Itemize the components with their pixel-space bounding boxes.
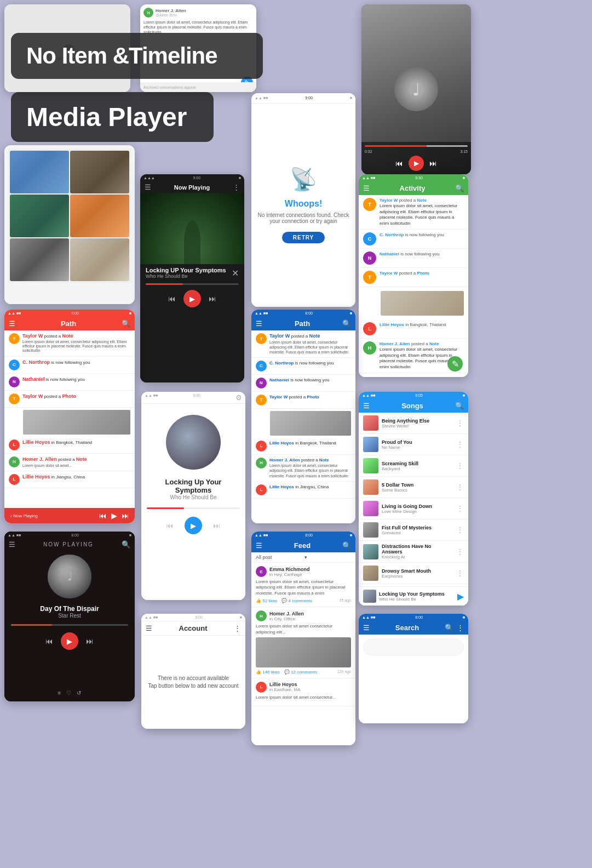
npd-bottom-2[interactable]: ♡ [66, 690, 71, 696]
np-next-btn[interactable]: ⏭ [209, 294, 216, 303]
song-3-more[interactable]: ⋮ [456, 483, 464, 492]
feed-post-0: E Emma Richmond in Hey, Carthage Lorem i… [251, 563, 355, 607]
activity-item-2: N Nathaniel is now following you [359, 249, 468, 268]
path-blue-item-5: H Homer J. Allen posted a Note Lorem ips… [251, 455, 355, 482]
banner-no-item-text: No Item &Timeline [26, 43, 217, 68]
songs-menu[interactable]: ☰ [363, 402, 370, 410]
phone-photos [4, 145, 135, 304]
feed-post-1-img [256, 637, 351, 667]
npd-next[interactable]: ⏭ [86, 637, 94, 646]
song-2-more[interactable]: ⋮ [456, 461, 464, 470]
song-item-1[interactable]: Proud of You No Name ⋮ [359, 434, 468, 455]
musicmin-play[interactable]: ▶ [185, 517, 202, 534]
musicmin-prev[interactable]: ⏮ [166, 521, 174, 530]
next-btn[interactable]: ⏭ [429, 159, 437, 168]
song-item-2[interactable]: Screaming Skill Backyard ⋮ [359, 455, 468, 477]
path-red-menu[interactable]: ☰ [9, 319, 15, 328]
feed-post-0-comments[interactable]: 💬 4 comments [281, 598, 312, 603]
account-menu[interactable]: ☰ [146, 624, 152, 632]
npd-progress[interactable] [11, 624, 128, 626]
npd-menu[interactable]: ☰ [9, 540, 15, 549]
feed-menu[interactable]: ☰ [256, 541, 262, 550]
photo-interior[interactable] [70, 238, 129, 281]
page-wrapper: No Item &Timeline Media Player ☁ cloud s… [0, 0, 592, 868]
photo-city[interactable] [10, 238, 69, 281]
play-btn[interactable]: ▶ [409, 156, 424, 171]
song-item-3[interactable]: 5 Dollar Town Some Basics ⋮ [359, 477, 468, 498]
song-item-6[interactable]: Distractions Have No Answers Knocking At… [359, 541, 468, 563]
song-item-4[interactable]: Living is Going Down Love Mine Design ⋮ [359, 498, 468, 519]
feed-post-1: H Homer J. Allen in City, Office Lorem i… [251, 607, 355, 678]
account-message: There is no account available [158, 675, 229, 682]
npd-bottom-3[interactable]: ↺ [77, 690, 81, 696]
photo-sunset[interactable] [70, 195, 129, 237]
account-more[interactable]: ⋮ [234, 624, 241, 632]
feed-search[interactable]: 🔍 [342, 541, 351, 550]
npd-bottom-1[interactable]: ≡ [58, 690, 61, 696]
activity-menu-icon[interactable]: ☰ [363, 184, 370, 192]
phone-no-internet: ▲▲ ■■ 9:00 ■ 📡 Whoops! No internet conne… [251, 93, 355, 307]
bottom-play[interactable]: ▶ [111, 511, 117, 520]
musicmin-next[interactable]: ⏭ [213, 521, 221, 530]
song-item-0[interactable]: Being Anything Else Steven Weller ⋮ [359, 413, 468, 434]
feed-filter[interactable]: All post ▾ [251, 552, 355, 563]
np-more-icon[interactable]: ⋮ [233, 183, 240, 191]
song-item-5[interactable]: Fist Full Of Mysteries Grimaced ⋮ [359, 519, 468, 541]
np-progress-bar[interactable] [146, 283, 239, 285]
path-red-search[interactable]: 🔍 [122, 319, 130, 328]
songs-search[interactable]: 🔍 [455, 402, 464, 410]
activity-search-icon[interactable]: 🔍 [455, 184, 464, 192]
path-blue-search[interactable]: 🔍 [342, 319, 351, 328]
songs-time: 9:05 [415, 393, 423, 397]
song-7-more[interactable]: ⋮ [456, 569, 464, 578]
song-item-7[interactable]: Drowsy Smart Mouth Earphones ⋮ [359, 563, 468, 584]
musicmin-settings-icon[interactable]: ⚙ [235, 393, 242, 402]
npd-artist-circle: ♩ [48, 555, 91, 598]
bottom-prev[interactable]: ⏮ [99, 511, 107, 520]
path-blue-item-0: T Taylor W posted a Note Lorem ipsum dol… [251, 330, 355, 358]
song-5-more[interactable]: ⋮ [456, 526, 464, 534]
songs-header-title: Songs [401, 402, 423, 410]
np-play-btn[interactable]: ▶ [183, 290, 201, 307]
photo-forest[interactable] [10, 195, 69, 237]
prev-btn[interactable]: ⏮ [395, 159, 403, 168]
feed-post-1-comments[interactable]: 💬 12 comments [284, 670, 317, 675]
npd-search[interactable]: 🔍 [122, 540, 130, 549]
path-blue-item-1: C C. Northrop is now following you [251, 358, 355, 375]
phone-feed: ▲▲ ■■ 8:00 ■ ☰ Feed 🔍 All post ▾ E Emma … [251, 532, 355, 745]
np-add-icon[interactable]: ✕ [232, 268, 239, 278]
phone-search: ▲▲ ■■ 8:00 ■ ☰ Search 🔍 ⋮ [359, 614, 468, 723]
account-sub-message: Tap button below to add new account [148, 682, 238, 690]
feed-post-0-likes[interactable]: 👍 52 likes [256, 598, 277, 603]
retry-button[interactable]: RETRY [282, 232, 325, 243]
npd-prev[interactable]: ⏮ [45, 637, 53, 646]
violin-progress-bar [365, 145, 468, 147]
npbar-play-btn[interactable]: ▶ [457, 591, 464, 602]
musicmin-artist-name: Who He Should Be [150, 494, 237, 500]
feed-title: Feed [294, 541, 311, 550]
bottom-next[interactable]: ⏭ [122, 511, 129, 520]
violin-time-current: 0:32 [365, 150, 372, 153]
song-6-more[interactable]: ⋮ [456, 547, 464, 556]
photo-mountain[interactable] [10, 151, 69, 193]
photo-rock[interactable] [70, 151, 129, 193]
np-menu-icon[interactable]: ☰ [145, 183, 151, 191]
phone-violin-player: ♩ 0:32 3:15 ⏮ ▶ ⏭ [361, 4, 471, 174]
activity-fab[interactable]: ✎ [447, 356, 463, 372]
np-header-title: Now Playing [174, 184, 210, 191]
song-4-more[interactable]: ⋮ [456, 504, 464, 513]
search-menu[interactable]: ☰ [363, 624, 370, 632]
search-more[interactable]: ⋮ [457, 624, 464, 632]
musicmin-track-info: Locking Up Your Symptoms Who He Should B… [147, 475, 240, 503]
np-prev-btn[interactable]: ⏮ [168, 294, 176, 303]
path-blue-menu[interactable]: ☰ [256, 319, 262, 328]
song-1-more[interactable]: ⋮ [456, 440, 464, 449]
npd-play[interactable]: ▶ [61, 632, 78, 650]
feed-post-1-likes[interactable]: 👍 146 likes [256, 670, 280, 675]
feed-filter-arrow[interactable]: ▾ [304, 555, 351, 560]
npd-track-info: Day Of The Dispair Star Rest [4, 603, 135, 621]
search-icon[interactable]: 🔍 [445, 624, 453, 632]
np-track-name: Locking UP Your Symptoms [146, 267, 226, 273]
song-0-more[interactable]: ⋮ [456, 419, 464, 427]
path-red-photo [23, 410, 130, 435]
